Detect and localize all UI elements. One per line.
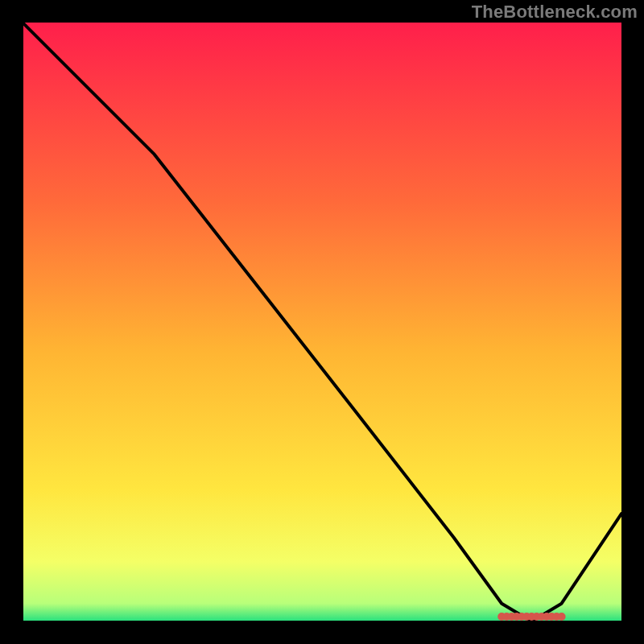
- plot-area: [23, 23, 621, 621]
- watermark-text: TheBottleneck.com: [472, 2, 638, 23]
- chart-svg: [23, 23, 621, 621]
- optimal-marker: [497, 613, 565, 621]
- chart-frame: TheBottleneck.com: [0, 0, 644, 644]
- marker-dot: [558, 613, 566, 621]
